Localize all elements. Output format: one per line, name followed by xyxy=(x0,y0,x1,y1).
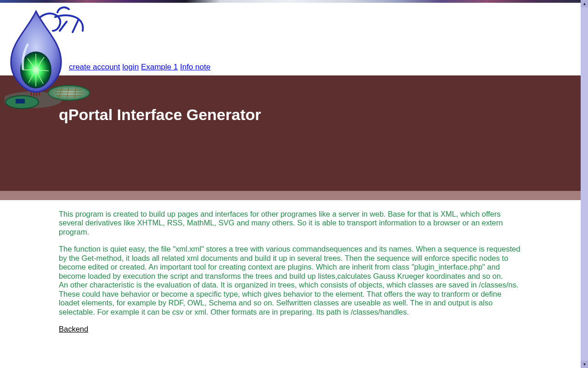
nav-info-note[interactable]: Info note xyxy=(180,63,210,71)
intro-paragraph-2: The function is quiet easy, the file "xm… xyxy=(59,245,523,316)
backend-link[interactable]: Backend xyxy=(59,325,88,333)
scroll-down-arrow-icon[interactable]: ▾ xyxy=(581,361,588,368)
intro-paragraph-1: This program is created to build up page… xyxy=(59,210,523,236)
vertical-scrollbar[interactable]: ▴ ▾ xyxy=(581,0,588,368)
nav-example-1[interactable]: Example 1 xyxy=(141,63,178,71)
top-nav: create account login Example 1 Info note xyxy=(69,63,210,72)
nav-login[interactable]: login xyxy=(122,63,139,71)
scroll-up-arrow-icon[interactable]: ▴ xyxy=(581,0,588,7)
hero-shadow-strip xyxy=(0,191,581,200)
svg-rect-5 xyxy=(16,99,25,104)
body-content: This program is created to build up page… xyxy=(59,210,523,334)
nav-create-account[interactable]: create account xyxy=(69,63,120,71)
qportal-logo xyxy=(5,6,92,111)
top-decoration-strip xyxy=(0,0,581,3)
